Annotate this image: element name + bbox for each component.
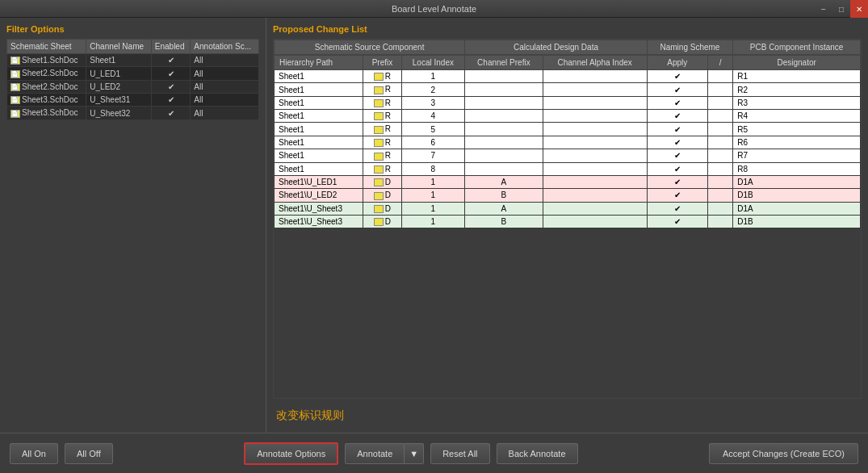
- row-channel-alpha: [543, 149, 647, 162]
- filter-sheet: 📄Sheet1.SchDoc: [7, 54, 86, 67]
- row-channel-alpha: [543, 96, 647, 109]
- row-channel-prefix: [465, 83, 543, 96]
- change-table-row: Sheet1 R 2 ✔ R2: [275, 83, 861, 96]
- filter-enabled[interactable]: ✔: [151, 54, 191, 67]
- sheet-icon: 📄: [10, 83, 20, 91]
- row-channel-alpha: [543, 189, 647, 202]
- change-table-container[interactable]: Schematic Source Component Calculated De…: [273, 39, 862, 399]
- change-table-row: Sheet1\U_Sheet3 D 1 A ✔ D1A: [275, 202, 861, 215]
- row-apply[interactable]: ✔: [647, 202, 707, 215]
- filter-options-panel: Filter Options Schematic Sheet Channel N…: [0, 18, 266, 433]
- row-designator: R2: [733, 83, 861, 96]
- sheet-icon: 📄: [10, 57, 20, 65]
- row-prefix: D: [363, 215, 401, 228]
- row-channel-alpha: [543, 83, 647, 96]
- row-apply[interactable]: ✔: [647, 96, 707, 109]
- row-prefix: R: [363, 96, 401, 109]
- row-slash: [707, 175, 732, 188]
- row-designator: R4: [733, 110, 861, 123]
- row-path: Sheet1: [275, 136, 363, 149]
- row-apply[interactable]: ✔: [647, 189, 707, 202]
- row-slash: [707, 215, 732, 228]
- filter-channel: Sheet1: [86, 54, 151, 67]
- row-prefix: R: [363, 70, 401, 83]
- row-designator: R8: [733, 162, 861, 175]
- row-prefix: R: [363, 136, 401, 149]
- row-channel-alpha: [543, 202, 647, 215]
- proposed-change-panel: Proposed Change List Schematic Source Co…: [266, 18, 868, 433]
- filter-sheet: 📄Sheet2.SchDoc: [7, 67, 86, 80]
- row-path: Sheet1\U_Sheet3: [275, 215, 363, 228]
- row-apply[interactable]: ✔: [647, 215, 707, 228]
- row-local-index: 1: [401, 175, 465, 188]
- row-designator: R6: [733, 136, 861, 149]
- row-apply[interactable]: ✔: [647, 162, 707, 175]
- col-channel-name: Channel Name: [86, 40, 151, 54]
- row-apply[interactable]: ✔: [647, 110, 707, 123]
- row-prefix: R: [363, 149, 401, 162]
- col-enabled: Enabled: [151, 40, 191, 54]
- col-group-calculated: Calculated Design Data: [465, 40, 647, 56]
- back-annotate-button[interactable]: Back Annotate: [497, 443, 578, 464]
- row-path: Sheet1\U_LED2: [275, 189, 363, 202]
- all-on-button[interactable]: All On: [10, 443, 58, 464]
- row-local-index: 1: [401, 70, 465, 83]
- change-table-row: Sheet1 R 3 ✔ R3: [275, 96, 861, 109]
- row-path: Sheet1: [275, 83, 363, 96]
- annotate-button[interactable]: Annotate: [345, 443, 405, 464]
- row-apply[interactable]: ✔: [647, 70, 707, 83]
- row-prefix: R: [363, 162, 401, 175]
- filter-table-row: 📄Sheet2.SchDoc U_LED2 ✔ All: [7, 80, 259, 93]
- minimize-button[interactable]: −: [815, 0, 832, 18]
- close-button[interactable]: ✕: [850, 0, 868, 18]
- row-prefix: D: [363, 175, 401, 188]
- col-schematic-sheet: Schematic Sheet: [7, 40, 86, 54]
- row-designator: R7: [733, 149, 861, 162]
- change-table-row: Sheet1 R 1 ✔ R1: [275, 70, 861, 83]
- filter-options-title: Filter Options: [6, 24, 259, 34]
- row-path: Sheet1: [275, 162, 363, 175]
- row-channel-prefix: A: [465, 175, 543, 188]
- filter-annotation: All: [191, 67, 259, 80]
- all-off-button[interactable]: All Off: [65, 443, 113, 464]
- annotate-options-button[interactable]: Annotate Options: [244, 442, 338, 465]
- filter-table-row: 📄Sheet3.SchDoc U_Sheet32 ✔ All: [7, 107, 259, 119]
- filter-enabled[interactable]: ✔: [151, 80, 191, 93]
- accept-changes-button[interactable]: Accept Changes (Create ECO): [709, 443, 858, 464]
- row-slash: [707, 189, 732, 202]
- row-designator: D1B: [733, 215, 861, 228]
- row-channel-prefix: [465, 149, 543, 162]
- row-apply[interactable]: ✔: [647, 136, 707, 149]
- filter-enabled[interactable]: ✔: [151, 107, 191, 119]
- row-path: Sheet1: [275, 96, 363, 109]
- row-local-index: 2: [401, 83, 465, 96]
- change-table-row: Sheet1\U_LED1 D 1 A ✔ D1A: [275, 175, 861, 188]
- maximize-button[interactable]: □: [832, 0, 850, 18]
- row-apply[interactable]: ✔: [647, 83, 707, 96]
- col-slash: /: [707, 55, 732, 70]
- row-local-index: 1: [401, 215, 465, 228]
- filter-enabled[interactable]: ✔: [151, 67, 191, 80]
- annotate-group: Annotate ▼: [345, 443, 424, 464]
- filter-channel: U_Sheet31: [86, 94, 151, 107]
- row-channel-alpha: [543, 70, 647, 83]
- filter-sheet: 📄Sheet3.SchDoc: [7, 94, 86, 107]
- row-designator: D1B: [733, 189, 861, 202]
- annotate-dropdown-button[interactable]: ▼: [405, 443, 424, 464]
- col-channel-alpha: Channel Alpha Index: [543, 55, 647, 70]
- row-local-index: 1: [401, 202, 465, 215]
- row-apply[interactable]: ✔: [647, 175, 707, 188]
- row-path: Sheet1: [275, 70, 363, 83]
- row-channel-alpha: [543, 162, 647, 175]
- row-channel-alpha: [543, 175, 647, 188]
- row-channel-prefix: [465, 136, 543, 149]
- filter-enabled[interactable]: ✔: [151, 94, 191, 107]
- row-channel-alpha: [543, 215, 647, 228]
- row-apply[interactable]: ✔: [647, 149, 707, 162]
- window-title: Board Level Annotate: [392, 4, 476, 14]
- row-local-index: 1: [401, 189, 465, 202]
- row-slash: [707, 162, 732, 175]
- row-apply[interactable]: ✔: [647, 123, 707, 136]
- reset-all-button[interactable]: Reset All: [430, 443, 489, 464]
- col-group-pcb: PCB Component Instance: [733, 40, 861, 56]
